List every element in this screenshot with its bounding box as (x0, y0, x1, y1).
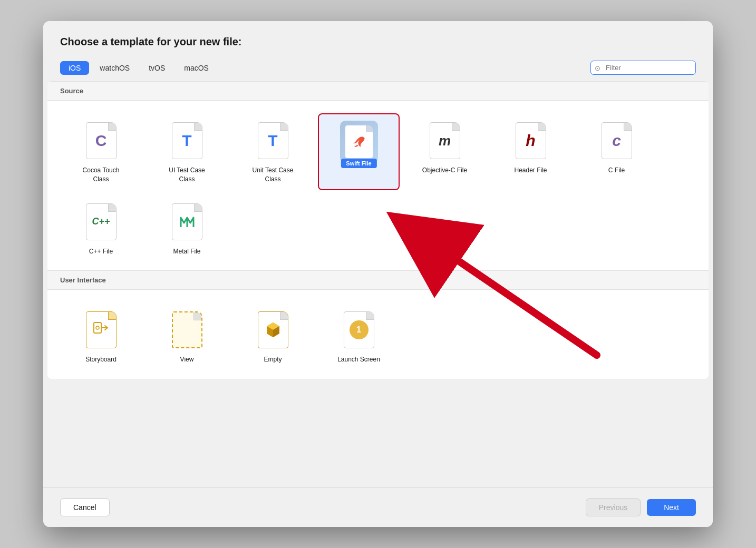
cpp-label: C++ File (89, 247, 113, 256)
launch-screen-label: Launch Screen (337, 355, 380, 364)
source-section: Source C Cocoa TouchClass (47, 81, 709, 270)
dialog-footer: Cancel Previous Next (43, 487, 713, 527)
ui-test-icon: T (168, 120, 206, 162)
objc-label: Objective-C File (422, 166, 467, 175)
tab-bar: iOS watchOS tvOS macOS ⊙ (43, 56, 713, 81)
tab-macos[interactable]: macOS (176, 61, 217, 75)
template-empty[interactable]: Empty (232, 302, 314, 370)
filter-icon: ⊙ (595, 64, 600, 72)
header-icon: h (512, 120, 550, 162)
source-template-grid: C Cocoa TouchClass T UI Test CaseClass (47, 101, 709, 270)
swift-bird-svg (351, 133, 367, 150)
filter-wrapper: ⊙ (590, 61, 696, 75)
storyboard-icon-wrapper (82, 309, 120, 351)
cocoa-touch-icon: C (82, 120, 120, 162)
swift-badge: Swift File (341, 159, 376, 168)
svg-rect-0 (94, 322, 101, 333)
cocoa-touch-label: Cocoa TouchClass (83, 166, 120, 184)
metal-icon (168, 201, 206, 243)
objc-icon: m (426, 120, 464, 162)
template-c-file[interactable]: c C File (576, 113, 657, 190)
next-button[interactable]: Next (647, 499, 696, 516)
ui-template-grid: Storyboard View (47, 290, 709, 379)
unit-test-icon: T (254, 120, 292, 162)
tab-tvos[interactable]: tvOS (140, 61, 173, 75)
cancel-button[interactable]: Cancel (60, 498, 110, 516)
unit-test-label: Unit Test CaseClass (253, 166, 294, 184)
template-view[interactable]: View (146, 302, 228, 370)
content-area: Source C Cocoa TouchClass (47, 81, 709, 379)
template-ui-test[interactable]: T UI Test CaseClass (146, 113, 228, 190)
header-label: Header File (514, 166, 547, 175)
template-cpp[interactable]: C++ C++ File (60, 194, 142, 262)
template-launch-screen[interactable]: 1 Launch Screen (318, 302, 400, 370)
template-objc[interactable]: m Objective-C File (404, 113, 486, 190)
user-interface-section: User Interface (47, 270, 709, 379)
content-wrapper: Source C Cocoa TouchClass (43, 81, 713, 487)
previous-button[interactable]: Previous (586, 498, 641, 516)
empty-icon-wrapper (254, 309, 292, 351)
template-metal[interactable]: Metal File (146, 194, 228, 262)
ui-test-label: UI Test CaseClass (169, 166, 205, 184)
template-dialog: Choose a template for your new file: iOS… (43, 21, 713, 527)
c-file-label: C File (608, 166, 625, 175)
template-storyboard[interactable]: Storyboard (60, 302, 142, 370)
dialog-header: Choose a template for your new file: (43, 21, 713, 56)
empty-label: Empty (264, 355, 282, 364)
template-unit-test[interactable]: T Unit Test CaseClass (232, 113, 314, 190)
metal-label: Metal File (173, 247, 200, 256)
cpp-icon: C++ (82, 201, 120, 243)
dialog-title: Choose a template for your new file: (60, 36, 696, 48)
launch-screen-icon-wrapper: 1 (340, 309, 378, 351)
c-file-icon: c (598, 120, 636, 162)
view-label: View (180, 355, 194, 364)
swift-file-icon: Swift File (340, 121, 378, 163)
tab-watchos[interactable]: watchOS (91, 61, 138, 75)
filter-input[interactable] (590, 61, 696, 75)
view-icon-wrapper (168, 309, 206, 351)
ui-section-header: User Interface (47, 270, 709, 290)
source-section-header: Source (47, 81, 709, 101)
template-header[interactable]: h Header File (490, 113, 571, 190)
svg-point-1 (96, 326, 99, 329)
template-cocoa-touch[interactable]: C Cocoa TouchClass (60, 113, 142, 190)
tab-ios[interactable]: iOS (60, 61, 89, 75)
template-swift-file[interactable]: Swift File (318, 113, 400, 190)
storyboard-label: Storyboard (85, 355, 117, 364)
